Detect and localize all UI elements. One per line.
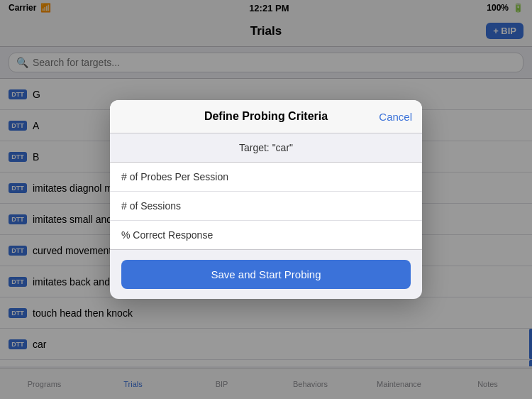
field-correct-response[interactable]: % Correct Response xyxy=(110,221,422,249)
modal-title: Define Probing Criteria xyxy=(204,110,328,123)
field-sessions-label: # of Sessions xyxy=(121,200,181,212)
save-start-probing-button[interactable]: Save and Start Probing xyxy=(121,260,411,289)
modal-target-label: Target: "car" xyxy=(110,133,422,162)
modal-actions: Save and Start Probing xyxy=(110,250,422,299)
modal-overlay: Define Probing Criteria Cancel Target: "… xyxy=(0,0,532,399)
modal-form: # of Probes Per Session # of Sessions % … xyxy=(110,162,422,250)
modal: Define Probing Criteria Cancel Target: "… xyxy=(110,100,422,299)
field-probes-per-session-label: # of Probes Per Session xyxy=(121,171,228,182)
modal-cancel-button[interactable]: Cancel xyxy=(379,111,412,123)
modal-header: Define Probing Criteria Cancel xyxy=(110,100,422,133)
field-correct-response-label: % Correct Response xyxy=(121,229,213,241)
field-sessions[interactable]: # of Sessions xyxy=(110,192,422,221)
field-probes-per-session[interactable]: # of Probes Per Session xyxy=(110,163,422,192)
